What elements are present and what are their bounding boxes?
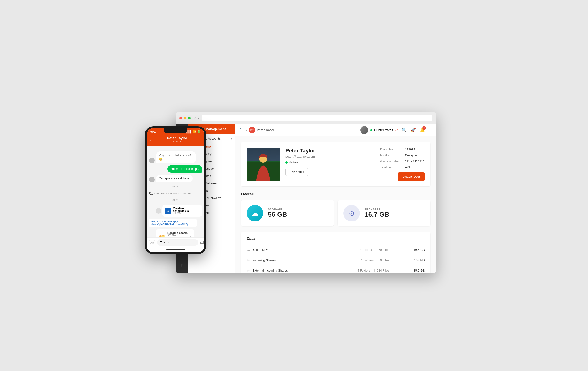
breadcrumb-separator: › [246, 128, 247, 132]
storage-value: 56 GB [268, 211, 287, 218]
chat-row-received-2: Yes, give me a call here. [149, 175, 202, 182]
verified-badge: 🛡 [395, 129, 398, 132]
phone-signal-icons: ▌▌▌ 📶 🔋 [187, 130, 201, 133]
chat-avatar-2 [149, 177, 155, 182]
chat-timestamp-2: 09:41 [149, 199, 202, 202]
breadcrumb: 🛡 › PT Peter Taylor [240, 127, 274, 133]
browser-chrome: ‹ › [176, 112, 436, 124]
cloud-drive-files: 59 Files [378, 248, 389, 251]
meta-location: Location: AKL [379, 165, 425, 169]
profile-status: Active [285, 161, 374, 164]
maximize-button[interactable] [188, 117, 191, 120]
notification-badge: 4 [422, 126, 426, 130]
file-size: 4.6 MB [173, 212, 200, 215]
browser-navigation: ‹ › [195, 116, 199, 120]
search-icon[interactable]: 🔍 [401, 128, 407, 133]
profile-info: Peter Taylor petert@example.com Active E… [285, 148, 374, 176]
data-row-external-incoming: ⇐ External Incoming Shares 4 Folders | 2… [247, 265, 425, 273]
storage-stat-card: ☁ STORAGE 56 GB [241, 200, 334, 226]
phone-header: ‹ Peter Taylor Online [147, 134, 204, 146]
data-row-incoming-shares: ⇐ Incoming Shares 1 Folders | 9 Files 10… [247, 255, 425, 265]
phone-text-toggle[interactable]: Aa [149, 240, 155, 245]
phone-time: 9:41 [150, 130, 156, 133]
browser-traffic-lights [179, 117, 191, 120]
phone-contact-name: Peter Taylor [153, 136, 202, 140]
storage-icon-wrap: ☁ [247, 205, 263, 221]
back-arrow[interactable]: ‹ [195, 116, 196, 120]
edit-profile-button[interactable]: Edit profile [285, 168, 308, 176]
chat-bubble-received: Very nice - That's perfect! 😄 [156, 151, 196, 163]
overall-title: Overall [241, 192, 430, 196]
phone-notch [164, 128, 187, 133]
external-incoming-size: 35.9 GB [408, 269, 425, 272]
forward-arrow[interactable]: › [198, 116, 199, 120]
chevron-down-icon[interactable]: ▾ [231, 137, 232, 140]
menu-icon[interactable]: ≡ [429, 127, 431, 133]
signal-icon: ▌▌▌ [187, 130, 192, 133]
folder-files: 363 files [168, 234, 188, 237]
notifications-icon[interactable]: 🔔 4 [420, 128, 425, 133]
close-button[interactable] [179, 117, 182, 120]
storage-label: STORAGE [268, 208, 287, 211]
phone-gif-icon[interactable]: GIF [206, 241, 206, 245]
chat-avatar [149, 158, 155, 163]
link-preview[interactable]: mega.nz/#Flr0FzFKpQlt0taqCpW3FHXEoPdmoWN… [149, 219, 197, 227]
external-incoming-icon: ⇐ [247, 268, 250, 273]
url-bar[interactable] [202, 115, 432, 121]
folder-share-button[interactable]: ↑ [189, 235, 191, 237]
minimize-button[interactable] [184, 117, 187, 120]
cloud-drive-name: Cloud Drive [253, 248, 359, 251]
wifi-icon: 📶 [193, 130, 196, 133]
phone-image-icon[interactable]: 🖼 [200, 241, 204, 245]
profile-photo [247, 148, 280, 181]
phone-back-button[interactable]: ‹ [149, 138, 151, 142]
rocket-icon[interactable]: 🚀 [410, 128, 416, 133]
transfer-label: TRANSFER [365, 208, 389, 211]
phone-message-input[interactable] [157, 240, 198, 246]
breadcrumb-user: PT Peter Taylor [249, 127, 274, 133]
cloud-drive-icon: ☁ [247, 248, 250, 252]
cloud-drive-size: 19.5 GB [408, 248, 425, 251]
disable-user-button[interactable]: Disable User [398, 172, 425, 181]
separator-3: | [374, 269, 375, 272]
transfer-value: 16.7 GB [365, 211, 389, 218]
id-value: 123982 [405, 148, 415, 151]
user-avatar [360, 126, 368, 134]
cloud-drive-folders: 7 Folders [359, 248, 372, 251]
incoming-shares-icon: ⇐ [247, 258, 250, 262]
call-ended-indicator: 📞 Call ended. Duration: 4 minutes [149, 191, 202, 196]
user-info: Hunter Yates 🛡 [360, 126, 398, 134]
phone-contact-status: Online [153, 140, 202, 143]
data-section: Data ☁ Cloud Drive 7 Folders | 59 Files … [241, 232, 430, 273]
external-incoming-name: External Incoming Shares [252, 269, 357, 272]
phone-header-info: Peter Taylor Online [153, 136, 202, 143]
home-bar [166, 249, 185, 250]
online-status-dot [370, 129, 372, 131]
profile-section: Peter Taylor petert@example.com Active E… [235, 136, 436, 273]
chat-bubble-sent-1: Super. Let's catch up ? [168, 165, 202, 173]
call-icon: 📞 [149, 192, 153, 195]
profile-card: Peter Taylor petert@example.com Active E… [241, 142, 430, 186]
folder-name: Roadtrip photos [168, 231, 188, 234]
transfer-stat-card: ⊙ TRANSFER 16.7 GB [338, 200, 430, 226]
cloud-storage-icon: ☁ [252, 209, 258, 217]
profile-right: ID number: 123982 Position: Designer Pho… [379, 148, 425, 181]
storage-info: STORAGE 56 GB [268, 208, 287, 218]
chat-row-received-1: Very nice - That's perfect! 😄 [149, 151, 202, 163]
location-label: Location: [379, 165, 403, 169]
phone-chat-area: Very nice - That's perfect! 😄 Super. Let… [147, 146, 204, 237]
phone-label: Phone number: [379, 160, 403, 163]
mobile-phone: 9:41 ▌▌▌ 📶 🔋 ‹ Peter Taylor Online [145, 126, 206, 254]
top-bar-right: Hunter Yates 🛡 🔍 🚀 🔔 4 ≡ [360, 126, 431, 134]
file-name: Vacation schedule.xls [173, 207, 200, 212]
chat-bubble-received-2: Yes, give me a call here. [156, 175, 193, 182]
sidebar-item-globe[interactable]: ⊕ [178, 261, 186, 269]
status-active-dot [285, 161, 288, 164]
phone-screen: 9:41 ▌▌▌ 📶 🔋 ‹ Peter Taylor Online [147, 128, 204, 252]
position-value: Designer [405, 154, 417, 157]
profile-actions: Edit profile [285, 168, 374, 176]
browser-window: ‹ › M 👤 ☁ ⇔ ⚙ ⊕ User Management [176, 112, 436, 273]
profile-email: petert@example.com [285, 155, 374, 158]
status-text: Active [289, 161, 298, 164]
call-ended-text: Call ended. Duration: 4 minutes [155, 192, 191, 195]
